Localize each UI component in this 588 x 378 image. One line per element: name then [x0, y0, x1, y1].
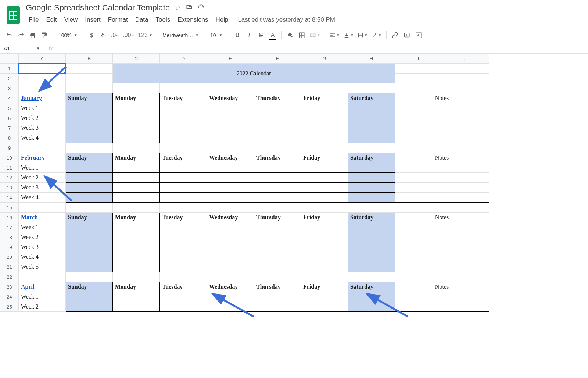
cell-E13[interactable]: [207, 183, 254, 193]
row-header-9[interactable]: 9: [0, 143, 19, 153]
col-header-H[interactable]: H: [348, 54, 395, 64]
cell-H18[interactable]: [348, 232, 395, 242]
cell-H4[interactable]: Saturday: [348, 93, 395, 103]
row-header-13[interactable]: 13: [0, 183, 19, 193]
cell-G19[interactable]: [301, 242, 348, 252]
notes-cell[interactable]: [395, 113, 489, 123]
cell-E23[interactable]: Wednesday: [207, 282, 254, 292]
cell-E22[interactable]: [207, 272, 254, 282]
cell-H19[interactable]: [348, 242, 395, 252]
cell-C23[interactable]: Monday: [113, 282, 160, 292]
cell-E25[interactable]: [207, 302, 254, 312]
paint-format-button[interactable]: [39, 30, 50, 41]
menu-view[interactable]: View: [61, 15, 81, 25]
name-box[interactable]: A1▼: [0, 43, 44, 53]
notes-header[interactable]: Notes: [395, 282, 489, 292]
col-header-B[interactable]: B: [66, 54, 113, 64]
menu-file[interactable]: File: [26, 15, 42, 25]
cell-H3[interactable]: [348, 83, 395, 93]
cell-E21[interactable]: [207, 262, 254, 272]
cell-B8[interactable]: [66, 133, 113, 143]
cell-D21[interactable]: [160, 262, 207, 272]
cell-G25[interactable]: [301, 302, 348, 312]
row-header-14[interactable]: 14: [0, 193, 19, 203]
cell-B15[interactable]: [66, 203, 113, 213]
cell-G6[interactable]: [301, 113, 348, 123]
cell-B22[interactable]: [66, 272, 113, 282]
cell-A13[interactable]: Week 3: [19, 183, 66, 193]
cell-A18[interactable]: Week 2: [19, 232, 66, 242]
cell-D24[interactable]: [160, 292, 207, 302]
cell-A10[interactable]: February: [19, 153, 66, 163]
cell-C13[interactable]: [113, 183, 160, 193]
menu-data[interactable]: Data: [132, 15, 151, 25]
cell-F7[interactable]: [254, 123, 301, 133]
cell-F20[interactable]: [254, 252, 301, 262]
row-header-19[interactable]: 19: [0, 242, 19, 252]
cell-F6[interactable]: [254, 113, 301, 123]
cell-H7[interactable]: [348, 123, 395, 133]
calendar-title[interactable]: 2022 Calendar: [113, 64, 395, 83]
cell-F18[interactable]: [254, 232, 301, 242]
cell-E12[interactable]: [207, 173, 254, 183]
menu-insert[interactable]: Insert: [82, 15, 104, 25]
cell-G15[interactable]: [301, 203, 348, 213]
col-header-D[interactable]: D: [160, 54, 207, 64]
notes-cell[interactable]: [395, 262, 489, 272]
merge-cells-button[interactable]: ▼: [308, 30, 322, 41]
cell-D11[interactable]: [160, 163, 207, 173]
cell-A20[interactable]: Week 4: [19, 252, 66, 262]
notes-cell[interactable]: [395, 123, 489, 133]
cell-J9[interactable]: [442, 143, 489, 153]
row-header-17[interactable]: 17: [0, 222, 19, 232]
cell-B5[interactable]: [66, 103, 113, 113]
cell-A19[interactable]: Week 3: [19, 242, 66, 252]
cell-F10[interactable]: Thursday: [254, 153, 301, 163]
cell-E8[interactable]: [207, 133, 254, 143]
notes-cell[interactable]: [395, 103, 489, 113]
cell-C4[interactable]: Monday: [113, 93, 160, 103]
row-header-11[interactable]: 11: [0, 163, 19, 173]
cell-E4[interactable]: Wednesday: [207, 93, 254, 103]
cell-F13[interactable]: [254, 183, 301, 193]
cell-C11[interactable]: [113, 163, 160, 173]
formula-input[interactable]: [57, 43, 588, 53]
cell-H15[interactable]: [348, 203, 395, 213]
text-rotation-button[interactable]: ▼: [370, 30, 383, 41]
cell-E19[interactable]: [207, 242, 254, 252]
cell-A4[interactable]: January: [19, 93, 66, 103]
cell-G4[interactable]: Friday: [301, 93, 348, 103]
cell-C3[interactable]: [113, 83, 160, 93]
col-header-A[interactable]: A: [19, 54, 66, 64]
cell-H24[interactable]: [348, 292, 395, 302]
cell-E11[interactable]: [207, 163, 254, 173]
cell-B7[interactable]: [66, 123, 113, 133]
cell-D13[interactable]: [160, 183, 207, 193]
cell-B2[interactable]: [66, 74, 113, 83]
star-icon[interactable]: ☆: [175, 4, 181, 12]
cell-D5[interactable]: [160, 103, 207, 113]
notes-header[interactable]: Notes: [395, 93, 489, 103]
cell-A8[interactable]: Week 4: [19, 133, 66, 143]
cell-D22[interactable]: [160, 272, 207, 282]
cell-E17[interactable]: [207, 222, 254, 232]
cell-D9[interactable]: [160, 143, 207, 153]
cell-E3[interactable]: [207, 83, 254, 93]
cell-C18[interactable]: [113, 232, 160, 242]
font-select[interactable]: Merriweath…▼: [160, 32, 201, 38]
insert-comment-button[interactable]: [401, 30, 412, 41]
cell-I22[interactable]: [395, 272, 442, 282]
cell-C16[interactable]: Monday: [113, 213, 160, 222]
cell-B10[interactable]: Sunday: [66, 153, 113, 163]
notes-cell[interactable]: [395, 173, 489, 183]
cell-H12[interactable]: [348, 173, 395, 183]
currency-button[interactable]: $: [86, 30, 97, 41]
cell-E14[interactable]: [207, 193, 254, 203]
cell-G11[interactable]: [301, 163, 348, 173]
cell-C9[interactable]: [113, 143, 160, 153]
row-header-1[interactable]: 1: [0, 64, 19, 74]
strikethrough-button[interactable]: S: [255, 30, 266, 41]
percent-button[interactable]: %: [98, 30, 109, 41]
cell-H17[interactable]: [348, 222, 395, 232]
cell-B1[interactable]: [66, 64, 113, 74]
